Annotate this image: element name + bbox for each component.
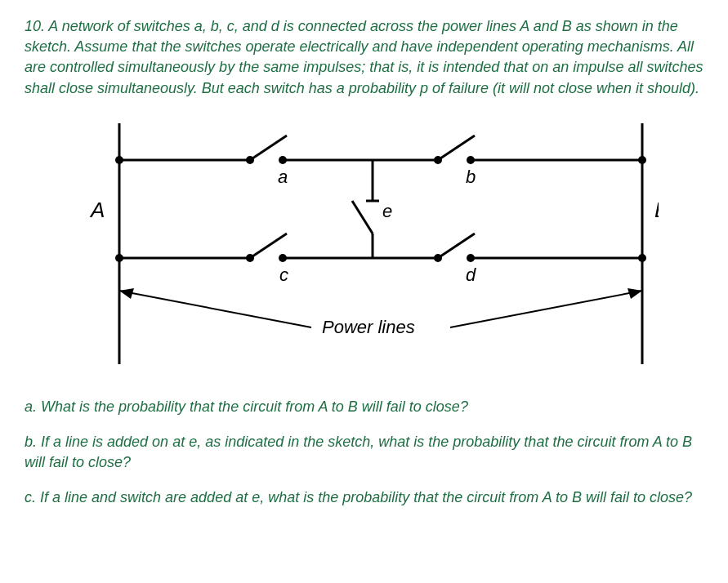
question-c: c. If a line and switch are added at e, … xyxy=(25,487,703,508)
svg-point-12 xyxy=(115,254,123,262)
label-switch-a: a xyxy=(278,167,288,187)
circuit-diagram: A B a b e c d Power lines xyxy=(70,119,659,372)
svg-marker-29 xyxy=(628,288,642,299)
label-b-terminal: B xyxy=(654,198,659,222)
svg-point-10 xyxy=(638,156,646,164)
question-a: a. What is the probability that the circ… xyxy=(25,397,703,417)
label-a-terminal: A xyxy=(89,198,105,222)
svg-line-24 xyxy=(352,201,373,234)
svg-point-1 xyxy=(115,156,123,164)
svg-marker-27 xyxy=(119,288,134,299)
label-switch-b: b xyxy=(466,167,476,187)
label-power-lines: Power lines xyxy=(322,317,415,337)
question-b: b. If a line is added on at e, as indica… xyxy=(25,432,703,473)
svg-point-21 xyxy=(638,254,646,262)
label-switch-c: c xyxy=(279,265,288,285)
svg-line-28 xyxy=(450,291,642,327)
problem-statement: 10. A network of switches a, b, c, and d… xyxy=(25,16,703,99)
label-switch-e: e xyxy=(382,201,392,221)
svg-line-26 xyxy=(119,291,311,327)
label-switch-d: d xyxy=(466,265,476,285)
